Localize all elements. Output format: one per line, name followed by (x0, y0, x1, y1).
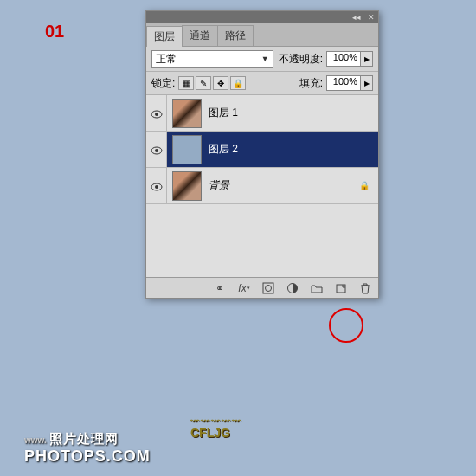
layer-name[interactable]: 背景 (207, 178, 359, 193)
svg-point-7 (266, 285, 272, 291)
lock-all-icon[interactable]: 🔒 (230, 76, 246, 90)
lock-position-icon[interactable]: ✥ (213, 76, 228, 90)
layer-style-icon[interactable]: fx▾ (236, 281, 252, 295)
visibility-toggle[interactable] (146, 132, 167, 167)
svg-rect-6 (263, 283, 273, 293)
blend-mode-select[interactable]: 正常 ▼ (151, 50, 273, 68)
layer-name[interactable]: 图层 1 (207, 106, 378, 120)
visibility-toggle[interactable] (146, 95, 167, 131)
watermark: www. 照片处理网 PHOTOPS.COM (24, 431, 151, 466)
layer-row[interactable]: 图层 2 (146, 132, 378, 168)
fill-input-group[interactable]: 100% ▶ (326, 75, 373, 91)
new-layer-icon[interactable] (333, 281, 349, 295)
lock-fill-row: 锁定: ▦ ✎ ✥ 🔒 填充: 100% ▶ (146, 72, 378, 95)
fill-label: 填充: (299, 76, 323, 91)
eye-icon (151, 109, 163, 118)
adjustment-layer-icon[interactable] (285, 281, 300, 295)
tab-paths[interactable]: 路径 (217, 25, 254, 46)
watermark-prefix: www. (24, 435, 47, 445)
eye-icon (151, 145, 163, 154)
link-layers-icon[interactable]: ⚭ (212, 281, 228, 295)
layer-list: 图层 1 图层 2 背景 🔒 (146, 95, 378, 277)
layer-thumbnail[interactable] (172, 171, 202, 201)
layer-thumbnail[interactable] (172, 99, 202, 128)
delete-layer-icon[interactable] (357, 281, 373, 295)
blend-mode-value: 正常 (156, 52, 177, 67)
visibility-toggle[interactable] (146, 168, 167, 203)
eye-icon (151, 182, 163, 190)
watermark-cn: 照片处理网 (49, 431, 119, 446)
lock-transparency-icon[interactable]: ▦ (178, 76, 194, 90)
fill-flyout-icon[interactable]: ▶ (361, 75, 373, 91)
panel-tabs: 图层 通道 路径 (146, 23, 378, 47)
collapse-icon[interactable]: ◂◂ (352, 13, 361, 22)
lock-buttons: ▦ ✎ ✥ 🔒 (178, 76, 246, 90)
panel-footer: ⚭ fx▾ (146, 277, 378, 298)
lock-label: 锁定: (151, 76, 175, 91)
opacity-input[interactable]: 100% (326, 51, 361, 67)
svg-point-3 (155, 149, 158, 152)
layer-name[interactable]: 图层 2 (207, 142, 378, 157)
layer-row[interactable]: 图层 1 (146, 95, 378, 132)
chevron-down-icon: ▼ (261, 55, 269, 63)
blend-opacity-row: 正常 ▼ 不透明度: 100% ▶ (146, 47, 378, 72)
svg-rect-9 (337, 285, 345, 293)
close-icon[interactable]: ✕ (368, 13, 375, 22)
opacity-flyout-icon[interactable]: ▶ (361, 51, 373, 67)
layer-row[interactable]: 背景 🔒 (146, 168, 378, 204)
tab-layers[interactable]: 图层 (146, 26, 183, 47)
watermark-en: PHOTOPS.COM (24, 447, 151, 465)
opacity-input-group[interactable]: 100% ▶ (326, 51, 373, 67)
opacity-label: 不透明度: (279, 52, 323, 67)
step-number: 01 (45, 22, 64, 42)
lock-icon: 🔒 (359, 181, 370, 191)
svg-point-5 (155, 185, 158, 189)
layer-mask-icon[interactable] (261, 281, 276, 295)
layers-panel: ◂◂ ✕ 图层 通道 路径 正常 ▼ 不透明度: 100% ▶ 锁定: ▦ ✎ … (145, 10, 379, 299)
svg-point-1 (155, 113, 158, 116)
highlight-circle (329, 308, 363, 343)
fill-input[interactable]: 100% (326, 75, 361, 91)
logo-text: 〰〰〰〰〰 CFLJG (190, 416, 242, 440)
layer-thumbnail[interactable] (172, 135, 202, 164)
tab-channels[interactable]: 通道 (182, 25, 218, 46)
new-group-icon[interactable] (309, 281, 325, 295)
lock-pixels-icon[interactable]: ✎ (196, 76, 211, 90)
panel-header: ◂◂ ✕ (146, 11, 378, 23)
